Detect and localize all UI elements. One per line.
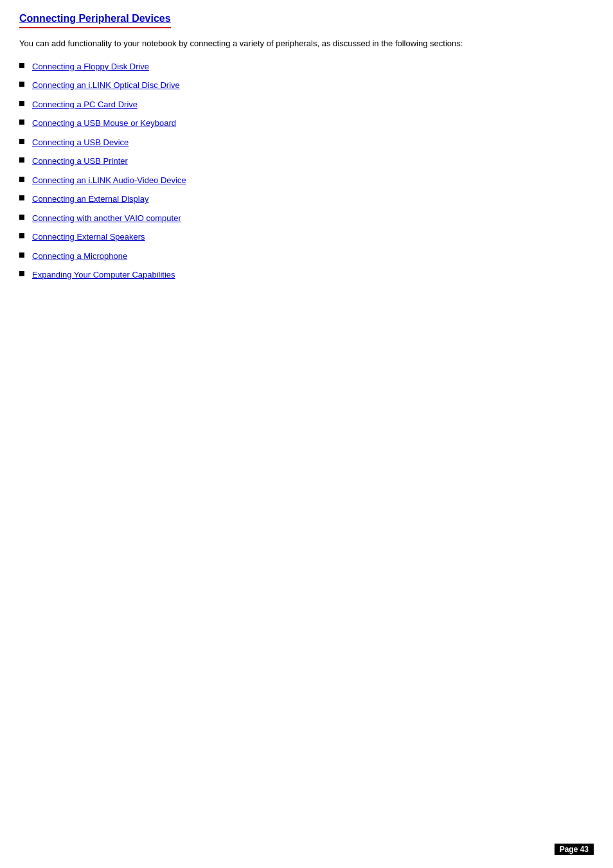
- bullet-icon: [19, 195, 24, 200]
- nav-link-external-display[interactable]: Connecting an External Display: [32, 193, 148, 206]
- list-item: Connecting an External Display: [19, 193, 594, 206]
- links-list: Connecting a Floppy Disk DriveConnecting…: [19, 60, 594, 281]
- nav-link-vaio-computer[interactable]: Connecting with another VAIO computer: [32, 212, 181, 225]
- list-item: Connecting with another VAIO computer: [19, 212, 594, 225]
- nav-link-external-speakers[interactable]: Connecting External Speakers: [32, 231, 145, 244]
- page-number: Page 43: [555, 844, 594, 855]
- bullet-icon: [19, 271, 24, 276]
- list-item: Connecting a Floppy Disk Drive: [19, 60, 594, 73]
- bullet-icon: [19, 139, 24, 144]
- page-title: Connecting Peripheral Devices: [19, 13, 171, 28]
- bullet-icon: [19, 233, 24, 238]
- list-item: Expanding Your Computer Capabilities: [19, 269, 594, 281]
- nav-link-ilink-optical[interactable]: Connecting an i.LINK Optical Disc Drive: [32, 79, 180, 92]
- nav-link-usb-printer[interactable]: Connecting a USB Printer: [32, 155, 128, 168]
- bullet-icon: [19, 177, 24, 182]
- intro-paragraph: You can add functionality to your notebo…: [19, 37, 594, 50]
- bullet-icon: [19, 101, 24, 106]
- nav-link-usb-mouse-keyboard[interactable]: Connecting a USB Mouse or Keyboard: [32, 117, 176, 130]
- nav-link-usb-device[interactable]: Connecting a USB Device: [32, 136, 129, 149]
- nav-link-pc-card[interactable]: Connecting a PC Card Drive: [32, 98, 138, 111]
- bullet-icon: [19, 157, 24, 163]
- list-item: Connecting a USB Device: [19, 136, 594, 149]
- bullet-icon: [19, 215, 24, 220]
- bullet-icon: [19, 63, 24, 68]
- bullet-icon: [19, 252, 24, 258]
- nav-link-expanding-capabilities[interactable]: Expanding Your Computer Capabilities: [32, 269, 175, 281]
- list-item: Connecting a Microphone: [19, 250, 594, 263]
- list-item: Connecting an i.LINK Optical Disc Drive: [19, 79, 594, 92]
- nav-link-floppy-disk[interactable]: Connecting a Floppy Disk Drive: [32, 60, 149, 73]
- bullet-icon: [19, 120, 24, 125]
- list-item: Connecting an i.LINK Audio-Video Device: [19, 174, 594, 187]
- list-item: Connecting a USB Printer: [19, 155, 594, 168]
- bullet-icon: [19, 82, 24, 87]
- list-item: Connecting a USB Mouse or Keyboard: [19, 117, 594, 130]
- nav-link-ilink-audio-video[interactable]: Connecting an i.LINK Audio-Video Device: [32, 174, 186, 187]
- list-item: Connecting External Speakers: [19, 231, 594, 244]
- list-item: Connecting a PC Card Drive: [19, 98, 594, 111]
- nav-link-microphone[interactable]: Connecting a Microphone: [32, 250, 127, 263]
